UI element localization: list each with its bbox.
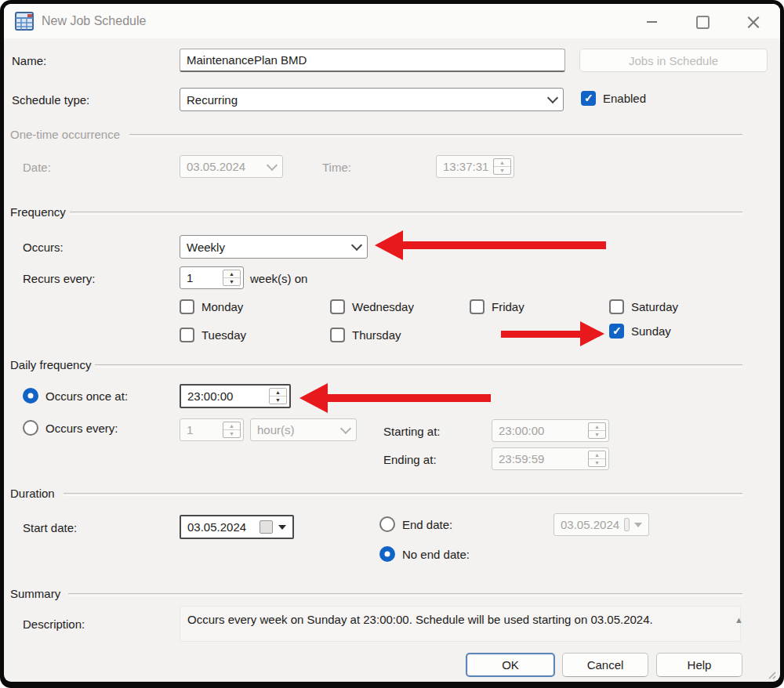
scroll-up-icon[interactable]: ▲ bbox=[735, 615, 743, 625]
day-checkbox-sunday[interactable]: Sunday bbox=[609, 324, 671, 339]
spinner-buttons[interactable]: ▲▼ bbox=[588, 422, 606, 439]
window-title: New Job Schedule bbox=[42, 14, 146, 28]
spinner-buttons[interactable]: ▲▼ bbox=[223, 422, 241, 438]
occurs-dropdown[interactable]: Weekly bbox=[180, 235, 368, 259]
spin-down-icon[interactable]: ▼ bbox=[223, 430, 240, 437]
ending-at-label: Ending at: bbox=[383, 453, 437, 466]
ending-at-value: 23:59:59 bbox=[499, 452, 544, 465]
occurs-every-value: 1 bbox=[187, 423, 193, 436]
day-checkbox-tuesday[interactable]: Tuesday bbox=[180, 328, 246, 342]
thursday-label: Thursday bbox=[352, 328, 401, 342]
description-value: Occurs every week on Sunday at 23:00:00.… bbox=[187, 613, 653, 626]
occurs-every-spinner[interactable]: 1 ▲▼ bbox=[180, 418, 244, 441]
ok-button[interactable]: OK bbox=[466, 653, 555, 677]
name-label: Name: bbox=[12, 54, 46, 67]
tuesday-label: Tuesday bbox=[201, 328, 246, 342]
spin-up-icon[interactable]: ▲ bbox=[223, 270, 240, 278]
schedule-type-value: Recurring bbox=[187, 93, 238, 107]
help-button[interactable]: Help bbox=[656, 653, 742, 677]
occurs-once-value: 23:00:00 bbox=[187, 389, 233, 403]
no-end-date-radio[interactable] bbox=[379, 546, 395, 562]
maximize-button[interactable] bbox=[681, 7, 724, 37]
occurs-once-radio-row[interactable]: Occurs once at: bbox=[23, 388, 128, 404]
annotation-arrow-once-at bbox=[299, 383, 328, 413]
day-checkbox-thursday[interactable]: Thursday bbox=[330, 328, 401, 342]
occurs-once-radio[interactable] bbox=[23, 388, 38, 404]
end-date-radio[interactable] bbox=[379, 516, 395, 532]
occurs-every-unit-value: hour(s) bbox=[257, 423, 295, 436]
day-checkbox-saturday[interactable]: Saturday bbox=[609, 299, 678, 314]
monday-checkbox[interactable] bbox=[180, 299, 194, 314]
enabled-checkbox[interactable] bbox=[581, 91, 596, 106]
occurs-every-radio-row[interactable]: Occurs every: bbox=[23, 420, 118, 436]
time-label: Time: bbox=[322, 161, 351, 174]
calendar-icon bbox=[624, 518, 630, 531]
frequency-group-label: Frequency bbox=[10, 205, 66, 219]
jobs-in-schedule-label: Jobs in Schedule bbox=[629, 54, 718, 67]
chevron-down-icon bbox=[340, 422, 351, 433]
spin-up-icon[interactable]: ▲ bbox=[223, 422, 240, 430]
tuesday-checkbox[interactable] bbox=[180, 328, 194, 342]
spin-down-icon[interactable]: ▼ bbox=[589, 459, 605, 466]
spinner-buttons[interactable]: ▲▼ bbox=[223, 270, 241, 286]
ok-button-label: OK bbox=[502, 658, 519, 672]
end-date-radio-row[interactable]: End date: bbox=[379, 516, 452, 532]
no-end-date-radio-row[interactable]: No end date: bbox=[379, 546, 470, 562]
spin-up-icon[interactable]: ▲ bbox=[270, 389, 286, 397]
description-label: Description: bbox=[23, 617, 85, 631]
one-time-date-dropdown[interactable]: 03.05.2024 bbox=[180, 155, 283, 178]
minimize-button[interactable] bbox=[630, 7, 673, 37]
starting-at-label: Starting at: bbox=[383, 425, 441, 438]
starting-at-spinner[interactable]: 23:00:00 ▲▼ bbox=[492, 419, 609, 442]
wednesday-label: Wednesday bbox=[352, 300, 414, 313]
spinner-buttons[interactable]: ▲▼ bbox=[588, 451, 606, 467]
duration-group-label: Duration bbox=[10, 487, 55, 500]
cancel-button[interactable]: Cancel bbox=[562, 653, 648, 677]
day-checkbox-monday[interactable]: Monday bbox=[180, 299, 243, 314]
date-label: Date: bbox=[23, 161, 51, 174]
description-textarea[interactable]: Occurs every week on Sunday at 23:00:00.… bbox=[180, 606, 741, 642]
saturday-checkbox[interactable] bbox=[609, 299, 624, 314]
sunday-label: Sunday bbox=[631, 324, 671, 338]
friday-checkbox[interactable] bbox=[470, 299, 485, 314]
one-time-date-value: 03.05.2024 bbox=[187, 160, 245, 173]
occurs-every-radio[interactable] bbox=[23, 420, 38, 436]
spin-down-icon[interactable]: ▼ bbox=[223, 278, 240, 285]
one-time-time-value: 13:37:31 bbox=[443, 160, 488, 173]
sunday-checkbox[interactable] bbox=[609, 324, 624, 339]
recurs-every-spinner[interactable]: 1 ▲▼ bbox=[180, 266, 244, 289]
schedule-type-dropdown[interactable]: Recurring bbox=[180, 88, 564, 111]
occurs-every-label: Occurs every: bbox=[45, 422, 118, 435]
spin-up-icon[interactable]: ▲ bbox=[494, 159, 510, 167]
spin-up-icon[interactable]: ▲ bbox=[589, 451, 605, 459]
spinner-buttons[interactable]: ▲▼ bbox=[493, 158, 511, 175]
jobs-in-schedule-button[interactable]: Jobs in Schedule bbox=[579, 49, 768, 72]
enabled-checkbox-row[interactable]: Enabled bbox=[581, 91, 646, 106]
schedule-type-label: Schedule type: bbox=[12, 93, 89, 107]
spinner-buttons[interactable]: ▲▼ bbox=[269, 388, 287, 404]
titlebar[interactable]: New Job Schedule bbox=[4, 4, 780, 38]
day-checkbox-wednesday[interactable]: Wednesday bbox=[330, 299, 414, 314]
occurs-label: Occurs: bbox=[23, 241, 64, 254]
name-input[interactable]: MaintenancePlan BMD bbox=[180, 49, 565, 72]
occurs-every-unit-dropdown[interactable]: hour(s) bbox=[250, 418, 357, 441]
duration-group-line bbox=[64, 493, 742, 496]
spin-down-icon[interactable]: ▼ bbox=[494, 167, 510, 174]
thursday-checkbox[interactable] bbox=[330, 328, 345, 342]
monday-label: Monday bbox=[201, 300, 243, 313]
one-time-time-spinner[interactable]: 13:37:31 ▲▼ bbox=[436, 155, 514, 178]
start-date-picker[interactable]: 03.05.2024 bbox=[180, 515, 294, 539]
dropdown-arrow-icon bbox=[634, 523, 642, 527]
resize-grip[interactable] bbox=[765, 668, 776, 679]
occurs-once-time-spinner[interactable]: 23:00:00 ▲▼ bbox=[180, 384, 291, 408]
ending-at-spinner[interactable]: 23:59:59 ▲▼ bbox=[492, 447, 609, 470]
day-checkbox-friday[interactable]: Friday bbox=[470, 299, 524, 314]
spin-down-icon[interactable]: ▼ bbox=[589, 431, 605, 438]
dialog-window: New Job Schedule Name: MaintenancePlan B… bbox=[0, 0, 784, 688]
spin-down-icon[interactable]: ▼ bbox=[270, 397, 286, 404]
end-date-picker[interactable]: 03.05.2024 bbox=[554, 513, 649, 536]
close-icon bbox=[747, 16, 760, 28]
spin-up-icon[interactable]: ▲ bbox=[589, 423, 605, 431]
close-button[interactable] bbox=[731, 7, 775, 37]
wednesday-checkbox[interactable] bbox=[330, 299, 345, 314]
